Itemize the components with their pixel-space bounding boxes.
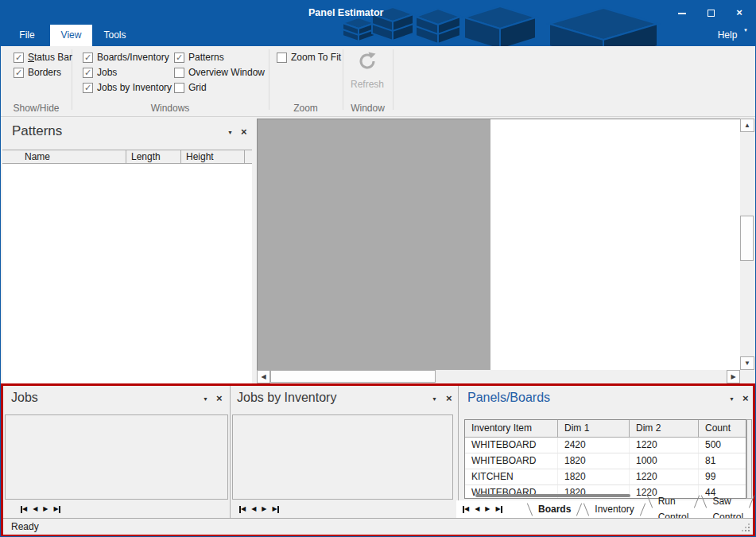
column-header-dim1[interactable]: Dim 1 — [558, 420, 630, 437]
status-bar: Ready — [3, 518, 753, 535]
checkbox-label: Jobs by Inventory — [97, 82, 172, 93]
menu-tab-tools[interactable]: Tools — [96, 25, 134, 46]
close-button[interactable]: × — [728, 1, 750, 25]
horizontal-scroll-thumb[interactable] — [270, 370, 436, 383]
cell-inventory-item[interactable]: WHITEBOARD — [465, 453, 558, 469]
checkbox-mark — [174, 83, 184, 93]
next-record-button[interactable] — [43, 505, 48, 513]
panel-splitter[interactable] — [230, 386, 231, 518]
checkbox-patterns[interactable]: ✓ Patterns — [174, 51, 224, 64]
maximize-button[interactable] — [700, 1, 722, 25]
jobs-menu-chevron-icon[interactable] — [203, 396, 208, 402]
first-record-button[interactable] — [21, 505, 27, 513]
cell-inventory-item[interactable]: WHITEBOARD — [465, 438, 558, 453]
menu-tab-help[interactable]: Help — [713, 25, 742, 46]
checkbox-status-bar[interactable]: ✓ Status Bar — [14, 51, 72, 64]
cell-dim1[interactable]: 2420 — [558, 438, 630, 453]
patterns-close-icon[interactable] — [241, 126, 247, 137]
previous-record-button[interactable] — [251, 505, 256, 513]
patterns-panel: Patterns Name Length Height — [2, 119, 252, 383]
vertical-scroll-thumb[interactable] — [740, 216, 754, 261]
column-header-length[interactable]: Length — [126, 150, 181, 163]
minimize-button[interactable] — [671, 1, 693, 25]
ribbon-separator — [343, 49, 343, 110]
canvas-sheet-rect — [258, 119, 490, 370]
minimize-icon — [678, 13, 686, 14]
checkbox-mark — [174, 68, 184, 78]
jobs-by-inventory-menu-chevron-icon[interactable] — [432, 396, 437, 402]
cell-dim1[interactable]: 1820 — [558, 469, 630, 484]
last-record-button[interactable] — [272, 505, 278, 513]
app-window: Panel Estimator — [0, 0, 756, 537]
tabs-record-navigator — [463, 504, 502, 515]
table-row[interactable]: WHITEBOARD 2420 1220 500 — [465, 438, 746, 453]
group-label-show-hide: Show/Hide — [1, 103, 72, 114]
tab-boards[interactable]: Boards — [526, 501, 583, 517]
cell-dim2[interactable]: 1220 — [630, 469, 699, 484]
first-record-button[interactable] — [239, 505, 246, 513]
cell-dim2[interactable]: 1220 — [630, 438, 699, 453]
next-tab-button[interactable] — [485, 505, 490, 513]
panels-boards-menu-chevron-icon[interactable] — [729, 396, 735, 402]
panels-boards-panel-title: Panels/Boards — [467, 391, 550, 405]
table-horizontal-scroll-thumb[interactable] — [475, 494, 630, 497]
checkbox-borders[interactable]: ✓ Borders — [14, 66, 61, 79]
scroll-up-icon[interactable]: ▲ — [740, 119, 754, 132]
checkbox-jobs-by-inventory[interactable]: ✓ Jobs by Inventory — [83, 81, 172, 94]
bottom-dock-highlighted: Jobs Jobs by Inventory Panels/Boards — [1, 383, 755, 537]
horizontal-scrollbar[interactable]: ◀ ▶ — [257, 370, 740, 383]
refresh-label: Refresh — [346, 79, 389, 90]
next-record-button[interactable] — [262, 505, 266, 513]
column-header-dim2[interactable]: Dim 2 — [630, 420, 699, 437]
resize-grip-icon[interactable] — [748, 530, 750, 531]
menu-tab-file[interactable]: File — [9, 25, 45, 46]
refresh-icon — [356, 50, 378, 72]
last-tab-button[interactable] — [495, 505, 502, 513]
scroll-left-icon[interactable]: ◀ — [257, 370, 270, 383]
checkbox-overview-window[interactable]: Overview Window — [174, 66, 265, 79]
menu-tab-view[interactable]: View — [50, 25, 92, 46]
checkbox-boards-inventory[interactable]: ✓ Boards/Inventory — [83, 51, 169, 64]
table-row[interactable]: KITCHEN 1820 1220 99 — [465, 469, 746, 485]
previous-record-button[interactable] — [33, 505, 37, 513]
menu-bar: File View Tools Help ▼ — [1, 25, 755, 46]
panel-splitter[interactable] — [458, 386, 459, 518]
jobs-panel-title: Jobs — [11, 391, 38, 405]
table-row[interactable]: WHITEBOARD 1820 1000 81 — [465, 453, 746, 469]
cell-count[interactable]: 500 — [699, 438, 746, 453]
jobs-list-body[interactable] — [5, 414, 228, 500]
column-header-inventory-item[interactable]: Inventory Item — [465, 420, 558, 437]
column-header-count[interactable]: Count — [699, 420, 746, 437]
checkbox-label: Grid — [188, 82, 207, 93]
checkbox-label: Patterns — [188, 52, 224, 63]
table-vertical-scrollbar[interactable] — [746, 419, 752, 499]
checkbox-jobs[interactable]: ✓ Jobs — [83, 66, 117, 79]
refresh-button[interactable]: Refresh — [346, 50, 389, 109]
previous-tab-button[interactable] — [475, 505, 479, 513]
cell-count[interactable]: 81 — [699, 453, 746, 469]
last-record-button[interactable] — [53, 505, 60, 513]
patterns-list-body[interactable] — [2, 164, 252, 383]
jobs-close-icon[interactable] — [216, 393, 223, 403]
jobs-by-inventory-close-icon[interactable] — [446, 393, 452, 403]
help-dropdown-icon[interactable]: ▼ — [743, 28, 748, 33]
checkbox-zoom-to-fit[interactable]: Zoom To Fit — [277, 51, 341, 64]
cell-dim2[interactable]: 1000 — [630, 453, 699, 469]
app-title: Panel Estimator — [308, 1, 383, 25]
jobs-by-inventory-list-body[interactable] — [232, 414, 453, 500]
drawing-canvas[interactable] — [257, 119, 740, 370]
checkbox-grid[interactable]: Grid — [174, 81, 207, 94]
scroll-down-icon[interactable]: ▼ — [740, 356, 754, 370]
vertical-scrollbar[interactable]: ▲ ▼ — [740, 119, 754, 370]
scroll-right-icon[interactable]: ▶ — [727, 370, 740, 383]
column-header-blank — [245, 150, 252, 163]
cell-inventory-item[interactable]: KITCHEN — [465, 469, 558, 484]
tab-inventory[interactable]: Inventory — [583, 501, 646, 517]
first-tab-button[interactable] — [463, 505, 469, 513]
panels-boards-close-icon[interactable] — [742, 393, 749, 403]
column-header-name[interactable]: Name — [2, 150, 126, 163]
patterns-menu-chevron-icon[interactable] — [227, 130, 233, 135]
cell-count[interactable]: 99 — [699, 469, 746, 484]
column-header-height[interactable]: Height — [181, 150, 245, 163]
cell-dim1[interactable]: 1820 — [558, 453, 630, 469]
